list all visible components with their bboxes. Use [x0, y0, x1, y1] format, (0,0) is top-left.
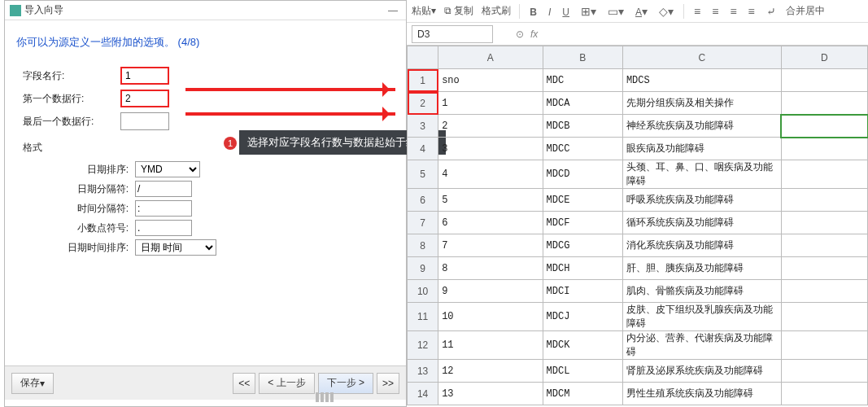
cell[interactable]: 神经系统疾病及功能障碍 [622, 115, 781, 138]
first-button[interactable]: << [233, 373, 255, 394]
cell[interactable] [781, 138, 867, 160]
first-data-row-input[interactable] [120, 90, 169, 107]
cell[interactable]: 1 [438, 92, 543, 115]
col-header[interactable]: B [543, 46, 622, 69]
cell[interactable]: 皮肤、皮下组织及乳腺疾病及功能障碍 [622, 303, 781, 331]
cell[interactable] [781, 331, 867, 360]
bold-icon[interactable]: B [528, 5, 539, 18]
cell[interactable]: MDC [543, 69, 622, 92]
cell[interactable] [781, 92, 867, 115]
row-header[interactable]: 8 [408, 234, 438, 257]
dialog-titlebar[interactable]: 导入向导 — [5, 1, 406, 20]
cell[interactable]: 8 [438, 257, 543, 280]
cell[interactable]: MDCF [543, 212, 622, 234]
cell[interactable]: MDCS [622, 69, 781, 92]
dt-order-select[interactable]: 日期 时间 [135, 239, 216, 256]
cell[interactable]: 6 [438, 212, 543, 234]
cell[interactable]: 肌肉、骨骼疾病及功能障碍 [622, 280, 781, 303]
cell[interactable]: 7 [438, 234, 543, 257]
col-header[interactable]: A [438, 46, 543, 69]
fx-label[interactable]: fx [530, 28, 538, 40]
cell[interactable]: MDCB [543, 115, 622, 138]
cell[interactable]: MDCA [543, 92, 622, 115]
row-header[interactable]: 14 [408, 383, 438, 405]
row-header[interactable]: 5 [408, 160, 438, 189]
cell[interactable] [781, 257, 867, 280]
cell[interactable]: 循环系统疾病及功能障碍 [622, 212, 781, 234]
cell[interactable] [781, 212, 867, 234]
cell[interactable]: 2 [438, 115, 543, 138]
valign-icon[interactable]: ≡ [747, 5, 757, 18]
row-header[interactable]: 1 [408, 69, 438, 92]
row-header[interactable]: 4 [408, 138, 438, 160]
cell[interactable] [781, 115, 867, 138]
cell[interactable]: 呼吸系统疾病及功能障碍 [622, 189, 781, 212]
row-header[interactable]: 12 [408, 331, 438, 360]
cell[interactable]: 13 [438, 383, 543, 405]
last-data-row-input[interactable] [120, 112, 169, 130]
cell[interactable]: 先期分组疾病及相关操作 [622, 92, 781, 115]
cell[interactable]: 男性生殖系统疾病及功能障碍 [622, 383, 781, 405]
cell[interactable]: MDCJ [543, 303, 622, 331]
cell[interactable]: MDCC [543, 138, 622, 160]
paste-button[interactable]: 粘贴▾ [412, 4, 436, 18]
decimal-input[interactable] [135, 220, 192, 236]
row-header[interactable]: 7 [408, 212, 438, 234]
cell[interactable]: 5 [438, 189, 543, 212]
cell[interactable]: MDCI [543, 280, 622, 303]
spreadsheet-grid[interactable]: A B C D 1 sno MDC MDCS 2 1 MDCA 先期分组疾病及相… [407, 46, 868, 405]
cell[interactable] [781, 234, 867, 257]
cell[interactable]: MDCK [543, 331, 622, 360]
save-button[interactable]: 保存▾ [11, 373, 54, 394]
cell[interactable]: 4 [438, 160, 543, 189]
cell[interactable]: 肾脏及泌尿系统疾病及功能障碍 [622, 360, 781, 383]
font-color-icon[interactable]: A▾ [634, 5, 649, 18]
cell[interactable] [781, 280, 867, 303]
format-painter-button[interactable]: 格式刷 [482, 4, 511, 18]
row-header[interactable]: 6 [408, 189, 438, 212]
row-header[interactable]: 3 [408, 115, 438, 138]
fill-color-icon[interactable]: ▭▾ [606, 5, 626, 18]
cell[interactable] [781, 360, 867, 383]
cell[interactable] [781, 189, 867, 212]
copy-button[interactable]: ⧉ 复制 [444, 4, 473, 18]
cell[interactable]: MDCD [543, 160, 622, 189]
cell[interactable]: 3 [438, 138, 543, 160]
last-button[interactable]: >> [377, 373, 399, 394]
wrap-icon[interactable]: ⤶ [765, 5, 778, 18]
cell[interactable] [781, 303, 867, 331]
italic-icon[interactable]: I [547, 5, 552, 18]
cell[interactable]: 10 [438, 303, 543, 331]
row-header[interactable]: 11 [408, 303, 438, 331]
cell[interactable]: MDCM [543, 383, 622, 405]
time-sep-input[interactable] [135, 200, 192, 217]
border-icon[interactable]: ⊞▾ [579, 5, 598, 18]
row-header[interactable]: 10 [408, 280, 438, 303]
prev-button[interactable]: < 上一步 [259, 373, 314, 394]
row-header[interactable]: 2 [408, 92, 438, 115]
cell[interactable] [781, 383, 867, 405]
cell[interactable]: MDCE [543, 189, 622, 212]
cell[interactable]: MDCH [543, 257, 622, 280]
cell[interactable]: 肝、胆、胰疾病及功能障碍 [622, 257, 781, 280]
cell[interactable]: MDCL [543, 360, 622, 383]
clear-icon[interactable]: ◇▾ [657, 5, 675, 18]
date-sep-input[interactable] [135, 181, 192, 197]
row-header[interactable]: 9 [408, 257, 438, 280]
align-right-icon[interactable]: ≡ [728, 5, 738, 18]
cell[interactable]: 内分泌、营养、代谢疾病及功能障碍 [622, 331, 781, 360]
next-button[interactable]: 下一步 > [318, 373, 373, 394]
col-header[interactable]: C [622, 46, 781, 69]
cell[interactable]: 消化系统疾病及功能障碍 [622, 234, 781, 257]
align-center-icon[interactable]: ≡ [710, 5, 720, 18]
cell[interactable] [781, 69, 867, 92]
col-header[interactable]: D [781, 46, 867, 69]
cell[interactable]: 11 [438, 331, 543, 360]
row-header[interactable]: 13 [408, 360, 438, 383]
cell[interactable]: sno [438, 69, 543, 92]
align-left-icon[interactable]: ≡ [692, 5, 702, 18]
cell[interactable] [781, 160, 867, 189]
select-all-corner[interactable] [408, 46, 438, 69]
close-icon[interactable]: — [385, 5, 401, 16]
merge-button[interactable]: 合并居中 [786, 4, 825, 18]
